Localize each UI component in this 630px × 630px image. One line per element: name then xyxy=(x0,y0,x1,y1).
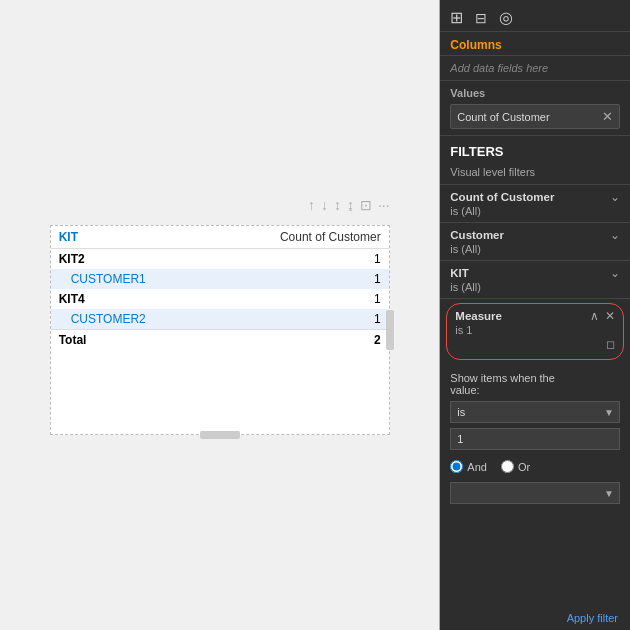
eraser-icon[interactable]: ◻ xyxy=(606,338,615,351)
panel-icons-bar: ⊞ ⊟ ◎ xyxy=(440,0,630,32)
filters-header: FILTERS xyxy=(440,135,630,163)
sort-both-icon[interactable]: ↕ xyxy=(334,197,341,213)
second-condition-dropdown-wrapper: ▼ xyxy=(450,482,620,504)
table-toolbar: ↑ ↓ ↕ ↨ ⊡ ··· xyxy=(308,197,390,213)
cell-total-label: Total xyxy=(51,330,210,351)
more-options-icon[interactable]: ··· xyxy=(378,197,390,213)
chevron-down-icon[interactable]: ⌄ xyxy=(610,228,620,242)
sort-desc-icon[interactable]: ↓ xyxy=(321,197,328,213)
cell-kit: CUSTOMER2 xyxy=(51,309,210,330)
filter-item-header: Count of Customer ⌄ xyxy=(450,190,620,204)
data-table: KIT Count of Customer KIT2 1 CUSTOMER1 1… xyxy=(51,226,389,350)
show-items-label: Show items when the value: xyxy=(440,372,630,396)
filter-name: Customer xyxy=(450,229,504,241)
visual-level-label: Visual level filters xyxy=(440,163,630,185)
cell-value: 1 xyxy=(209,309,388,330)
left-panel: ↑ ↓ ↕ ↨ ⊡ ··· KIT Count of Customer KIT2… xyxy=(0,0,439,630)
value-chip: Count of Customer ✕ xyxy=(450,104,620,129)
sort-toggle-icon[interactable]: ↨ xyxy=(347,197,354,213)
radio-and-input[interactable] xyxy=(450,460,463,473)
measure-filter-value-text: is 1 xyxy=(455,324,615,336)
table-row: CUSTOMER2 1 xyxy=(51,309,389,330)
measure-filter-expanded: Measure ∧ ✕ is 1 ◻ xyxy=(446,303,624,360)
filter-item-header: KIT ⌄ xyxy=(450,266,620,280)
data-table-container: KIT Count of Customer KIT2 1 CUSTOMER1 1… xyxy=(50,225,390,435)
chevron-down-icon[interactable]: ⌄ xyxy=(610,190,620,204)
radio-and-option[interactable]: And xyxy=(450,460,487,473)
cell-value: 1 xyxy=(209,269,388,289)
radio-or-input[interactable] xyxy=(501,460,514,473)
collapse-icon[interactable]: ∧ xyxy=(590,309,599,323)
cell-kit: KIT4 xyxy=(51,289,210,309)
cell-kit: KIT2 xyxy=(51,249,210,270)
filter-value-input[interactable] xyxy=(450,428,620,450)
table-row: CUSTOMER1 1 xyxy=(51,269,389,289)
format-icon[interactable]: ◎ xyxy=(499,8,513,27)
value-chip-label: Count of Customer xyxy=(457,111,549,123)
table-row: KIT2 1 xyxy=(51,249,389,270)
total-row: Total 2 xyxy=(51,330,389,351)
col-count: Count of Customer xyxy=(209,226,388,249)
filter-item-count-customer: Count of Customer ⌄ is (All) xyxy=(440,185,630,223)
remove-value-icon[interactable]: ✕ xyxy=(602,109,613,124)
measure-filter-controls: ∧ ✕ xyxy=(590,309,615,323)
table-row: KIT4 1 xyxy=(51,289,389,309)
filter-name: KIT xyxy=(450,267,469,279)
apply-filter-button[interactable]: Apply filter xyxy=(440,606,630,630)
cell-total-value: 2 xyxy=(209,330,388,351)
filter-name: Count of Customer xyxy=(450,191,554,203)
filter-value-text: is (All) xyxy=(450,281,620,293)
cell-kit: CUSTOMER1 xyxy=(51,269,210,289)
cell-value: 1 xyxy=(209,289,388,309)
measure-filter-name: Measure xyxy=(455,310,502,322)
col-kit: KIT xyxy=(51,226,210,249)
add-fields-placeholder[interactable]: Add data fields here xyxy=(440,56,630,81)
close-icon[interactable]: ✕ xyxy=(605,309,615,323)
condition-dropdown[interactable]: is is not is less than is greater than xyxy=(450,401,620,423)
condition-dropdown-wrapper: is is not is less than is greater than ▼ xyxy=(450,401,620,423)
resize-handle-bottom[interactable] xyxy=(200,431,240,439)
sort-asc-icon[interactable]: ↑ xyxy=(308,197,315,213)
radio-or-label: Or xyxy=(518,461,530,473)
cell-value: 1 xyxy=(209,249,388,270)
filter-item-customer: Customer ⌄ is (All) xyxy=(440,223,630,261)
chevron-down-icon[interactable]: ⌄ xyxy=(610,266,620,280)
second-condition-dropdown[interactable] xyxy=(450,482,620,504)
measure-filter-header: Measure ∧ ✕ xyxy=(455,309,615,323)
expand-icon[interactable]: ⊡ xyxy=(360,197,372,213)
filter-item-header: Customer ⌄ xyxy=(450,228,620,242)
radio-row: And Or xyxy=(440,456,630,477)
radio-or-option[interactable]: Or xyxy=(501,460,530,473)
resize-handle-right[interactable] xyxy=(386,310,394,350)
right-panel: ⊞ ⊟ ◎ Columns Add data fields here Value… xyxy=(440,0,630,630)
filter-item-kit: KIT ⌄ is (All) xyxy=(440,261,630,299)
fields-icon[interactable]: ⊟ xyxy=(475,10,487,26)
filter-value-text: is (All) xyxy=(450,205,620,217)
radio-and-label: And xyxy=(467,461,487,473)
columns-section-header: Columns xyxy=(440,32,630,56)
visualizations-icon[interactable]: ⊞ xyxy=(450,8,463,27)
values-label: Values xyxy=(440,81,630,101)
filter-value-text: is (All) xyxy=(450,243,620,255)
